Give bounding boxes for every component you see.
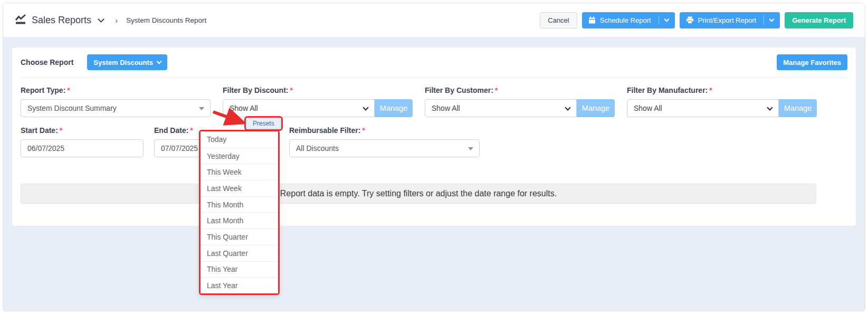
schedule-report-label: Schedule Report: [600, 16, 651, 24]
chevron-down-icon: [664, 17, 669, 22]
toolbar: Cancel Schedule Report: [540, 12, 853, 28]
preset-option[interactable]: This Year: [201, 261, 278, 278]
print-export-button[interactable]: Print/Export Report: [680, 12, 780, 28]
print-export-label: Print/Export Report: [698, 16, 757, 24]
chevron-down-icon: [157, 59, 162, 64]
filter-by-customer-label: Filter By Customer:: [425, 86, 493, 94]
manage-customers-button[interactable]: Manage: [577, 99, 615, 117]
filter-by-manufacturer-value: Show All: [634, 104, 662, 112]
reimbursable-filter-field: Reimbursable Filter:* All Discounts: [289, 126, 480, 157]
preset-option[interactable]: Last Year: [201, 277, 278, 293]
preset-option[interactable]: Yesterday: [201, 148, 278, 164]
breadcrumb-current: System Discounts Report: [126, 16, 206, 24]
end-date-label: End Date:: [154, 126, 188, 135]
chevron-down-icon: [363, 104, 368, 110]
required-asterisk: *: [67, 86, 70, 94]
empty-state-message: Report data is empty. Try setting filter…: [280, 189, 557, 198]
filter-row-2: Start Date:* End Date:* Reimbursable Fil…: [21, 126, 847, 157]
page: Sales Reports › System Discounts Report …: [0, 0, 868, 314]
choose-report-selected: System Discounts: [93, 59, 153, 66]
calendar-icon: [588, 16, 596, 24]
required-asterisk: *: [290, 86, 292, 94]
select-caret-icon: [468, 147, 473, 150]
required-asterisk: *: [495, 86, 498, 94]
report-type-label: Report Type:: [21, 86, 65, 94]
breadcrumb: Sales Reports › System Discounts Report: [15, 14, 206, 26]
select-caret-icon: [199, 107, 204, 110]
filter-by-manufacturer-select[interactable]: Show All: [627, 99, 779, 117]
generate-report-button[interactable]: Generate Report: [785, 12, 853, 28]
reimbursable-filter-value: All Discounts: [296, 144, 339, 153]
empty-state-banner: Report data is empty. Try setting filter…: [21, 184, 816, 204]
card-header: Choose Report System Discounts Manage Fa…: [21, 54, 847, 78]
required-asterisk: *: [709, 86, 712, 94]
chevron-down-icon: [769, 17, 775, 22]
chevron-down-icon: [565, 104, 570, 110]
filter-by-discount-field: Filter By Discount:* Show All Manage: [223, 86, 425, 117]
filter-by-customer-field: Filter By Customer:* Show All Manage: [425, 86, 627, 117]
report-type-value: System Discount Summary: [27, 104, 117, 112]
preset-option[interactable]: This Quarter: [201, 229, 278, 245]
choose-report-dropdown-button[interactable]: System Discounts: [87, 54, 167, 70]
start-date-label: Start Date:: [21, 126, 58, 135]
manage-discounts-button[interactable]: Manage: [375, 99, 413, 117]
required-asterisk: *: [60, 126, 62, 135]
filter-row-1: Report Type:* System Discount Summary Fi…: [21, 86, 847, 117]
start-date-field: Start Date:*: [21, 126, 154, 157]
presets-button[interactable]: Presets: [246, 118, 281, 129]
filter-by-discount-label: Filter By Discount:: [223, 86, 288, 94]
schedule-report-button[interactable]: Schedule Report: [582, 12, 675, 28]
content-area: Choose Report System Discounts Manage Fa…: [3, 37, 865, 311]
chevron-down-icon: [767, 104, 772, 110]
preset-option[interactable]: Last Quarter: [201, 245, 278, 261]
report-filters-card: Choose Report System Discounts Manage Fa…: [12, 47, 856, 226]
cancel-button[interactable]: Cancel: [540, 12, 577, 28]
page-title: Sales Reports: [32, 15, 91, 26]
preset-option[interactable]: This Week: [201, 164, 278, 180]
required-asterisk: *: [362, 126, 365, 135]
choose-report-label: Choose Report: [21, 58, 73, 66]
filter-by-discount-value: Show All: [230, 104, 258, 112]
preset-option[interactable]: Last Week: [201, 180, 278, 196]
reimbursable-filter-label: Reimbursable Filter:: [289, 126, 360, 135]
date-presets-dropdown: Today Yesterday This Week Last Week This…: [199, 130, 280, 295]
chart-line-icon: [15, 14, 26, 26]
chevron-down-icon[interactable]: [98, 16, 104, 23]
presets-highlight-box: Presets: [244, 116, 283, 131]
filters-form: Report Type:* System Discount Summary Fi…: [21, 78, 847, 204]
manage-manufacturers-button[interactable]: Manage: [779, 99, 817, 117]
filter-by-customer-value: Show All: [432, 104, 460, 112]
reimbursable-filter-select[interactable]: All Discounts: [289, 139, 480, 157]
manage-favorites-button[interactable]: Manage Favorites: [777, 54, 847, 70]
filter-by-manufacturer-label: Filter By Manufacturer:: [627, 86, 708, 94]
app-window: Sales Reports › System Discounts Report …: [3, 3, 865, 311]
filter-by-discount-select[interactable]: Show All: [223, 99, 375, 117]
schedule-report-caret[interactable]: [659, 15, 669, 25]
preset-option[interactable]: Today: [201, 131, 278, 148]
preset-option[interactable]: This Month: [201, 196, 278, 213]
report-type-field: Report Type:* System Discount Summary: [21, 86, 223, 117]
required-asterisk: *: [190, 126, 193, 135]
filter-by-manufacturer-field: Filter By Manufacturer:* Show All Manage: [627, 86, 829, 117]
preset-option[interactable]: Last Month: [201, 212, 278, 229]
filter-by-customer-select[interactable]: Show All: [425, 99, 577, 117]
breadcrumb-chevron-icon: ›: [115, 16, 118, 25]
print-export-caret[interactable]: [764, 15, 774, 25]
top-bar: Sales Reports › System Discounts Report …: [3, 3, 865, 37]
report-type-select[interactable]: System Discount Summary: [21, 99, 211, 117]
printer-icon: [686, 16, 694, 24]
start-date-input[interactable]: [21, 139, 144, 157]
